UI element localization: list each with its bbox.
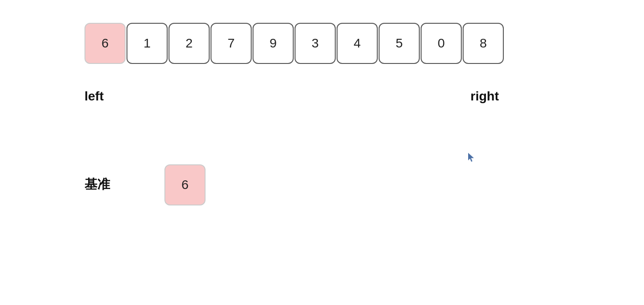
array-cell-4: 9: [253, 23, 294, 64]
array-cell-5: 3: [295, 23, 336, 64]
array-cell-8: 0: [421, 23, 462, 64]
pivot-cell: 6: [164, 164, 206, 205]
array-cell-9: 8: [463, 23, 504, 64]
jizun-label: 基准: [84, 176, 110, 193]
array-cell-2: 2: [169, 23, 210, 64]
array-cell-6: 4: [337, 23, 378, 64]
label-left: left: [84, 89, 104, 104]
array-cell-3: 7: [211, 23, 252, 64]
array-cell-1: 1: [127, 23, 168, 64]
label-right: right: [470, 89, 499, 104]
array-container: 6127934508: [84, 23, 505, 64]
array-cell-0: 6: [84, 23, 126, 64]
pivot-value: 6: [181, 178, 189, 192]
array-cell-7: 5: [379, 23, 420, 64]
cursor-icon: [468, 153, 475, 162]
